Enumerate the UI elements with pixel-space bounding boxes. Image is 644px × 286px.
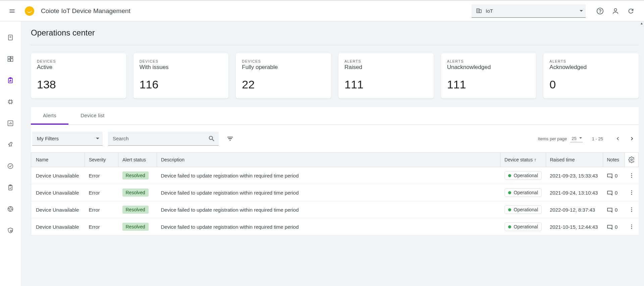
svg-point-42 xyxy=(631,209,632,210)
card-value: 111 xyxy=(447,78,530,91)
scroll-indicator-icon: ▲ xyxy=(640,21,643,25)
activity-clipboard-icon xyxy=(7,77,14,84)
svg-point-30 xyxy=(8,164,13,169)
row-actions-button[interactable] xyxy=(625,184,639,201)
cell-alert-status: Resolved xyxy=(118,184,157,201)
domain-icon xyxy=(476,8,482,14)
sidebar-item-clipboard-check[interactable] xyxy=(4,182,16,194)
cell-severity: Error xyxy=(85,201,118,218)
col-device-status[interactable]: Device status↑ xyxy=(500,153,546,167)
summary-card[interactable]: DEVICESWith issues116 xyxy=(133,53,229,98)
card-label: Fully operable xyxy=(242,64,325,71)
tabs: Alerts Device list xyxy=(31,107,639,125)
sidebar-item-devices[interactable] xyxy=(4,96,16,108)
sidebar-item-analytics[interactable] xyxy=(4,117,16,129)
col-alert-status[interactable]: Alert status xyxy=(118,153,157,167)
summary-card[interactable]: ALERTSAcknowledged0 xyxy=(543,53,639,98)
sidebar-item-security[interactable] xyxy=(4,224,16,236)
table-row[interactable]: Device UnavailableErrorResolvedDevice fa… xyxy=(31,218,639,235)
sidebar-item-pin[interactable] xyxy=(4,139,16,151)
account-button[interactable] xyxy=(609,4,622,18)
cell-severity: Error xyxy=(85,184,118,201)
svg-point-46 xyxy=(631,228,632,229)
table-row[interactable]: Device UnavailableErrorResolvedDevice fa… xyxy=(31,201,639,218)
tab-alerts[interactable]: Alerts xyxy=(31,107,68,125)
filter-list-icon xyxy=(226,135,234,142)
sort-asc-icon: ↑ xyxy=(534,157,536,162)
next-page-button[interactable] xyxy=(627,133,637,144)
table-row[interactable]: Device UnavailableErrorResolvedDevice fa… xyxy=(31,184,639,201)
refresh-button[interactable] xyxy=(624,4,638,18)
sidebar-item-operations[interactable] xyxy=(4,74,16,86)
content-panel: Alerts Device list My Filters Items per … xyxy=(31,107,639,235)
help-icon xyxy=(596,7,604,15)
divider xyxy=(31,45,639,45)
notes-count: 0 xyxy=(615,173,618,178)
row-actions-button[interactable] xyxy=(625,201,639,218)
cell-alert-status: Resolved xyxy=(118,218,157,235)
svg-point-39 xyxy=(631,192,632,193)
comment-icon xyxy=(607,172,613,178)
svg-rect-13 xyxy=(11,59,13,61)
my-filters-dropdown[interactable]: My Filters xyxy=(32,132,103,146)
svg-point-43 xyxy=(631,211,632,212)
summary-card[interactable]: DEVICESFully operable22 xyxy=(236,53,331,98)
notes-count: 0 xyxy=(615,190,618,196)
table-row[interactable]: Device UnavailableErrorResolvedDevice fa… xyxy=(31,167,639,184)
col-severity[interactable]: Severity xyxy=(85,153,118,167)
tab-device-list[interactable]: Device list xyxy=(68,107,117,125)
page-size-select[interactable]: 25 xyxy=(570,135,582,142)
clipboard-check-icon xyxy=(7,184,14,191)
prev-page-button[interactable] xyxy=(612,133,623,144)
chevron-left-icon xyxy=(614,135,621,142)
summary-card[interactable]: ALERTSRaised111 xyxy=(338,53,434,98)
alerts-table-wrapper: Name Severity Alert status Description D… xyxy=(31,152,639,235)
svg-rect-11 xyxy=(8,57,10,59)
row-actions-button[interactable] xyxy=(625,218,639,235)
sidebar-item-clipboard[interactable] xyxy=(4,31,16,44)
status-dot-icon xyxy=(508,174,511,177)
col-description[interactable]: Description xyxy=(157,153,500,167)
notes-count: 0 xyxy=(615,224,618,230)
sidebar-item-camera[interactable] xyxy=(4,203,16,215)
svg-rect-14 xyxy=(8,60,10,62)
hamburger-menu-button[interactable] xyxy=(5,4,19,18)
svg-point-36 xyxy=(631,175,632,176)
more-vert-icon xyxy=(629,224,635,230)
search-input[interactable] xyxy=(113,136,208,141)
status-dot-icon xyxy=(508,208,511,211)
search-box[interactable] xyxy=(108,132,219,146)
domain-selector[interactable]: IoT xyxy=(472,4,586,18)
card-eyebrow: ALERTS xyxy=(344,59,428,63)
filter-button[interactable] xyxy=(224,133,236,145)
summary-card[interactable]: DEVICESActive138 xyxy=(31,53,126,98)
pin-icon xyxy=(7,141,14,148)
table-settings-button[interactable] xyxy=(625,152,639,167)
summary-cards: DEVICESActive138DEVICESWith issues116DEV… xyxy=(31,53,639,98)
status-dot-icon xyxy=(508,225,511,228)
cell-notes[interactable]: 0 xyxy=(603,184,625,201)
svg-point-34 xyxy=(10,230,12,232)
cell-name: Device Unavailable xyxy=(31,201,85,218)
cell-notes[interactable]: 0 xyxy=(603,201,625,218)
col-name[interactable]: Name xyxy=(31,153,85,167)
cell-notes[interactable]: 0 xyxy=(603,218,625,235)
col-raised-time[interactable]: Raised time xyxy=(546,153,603,167)
col-notes[interactable]: Notes xyxy=(603,153,625,167)
svg-point-35 xyxy=(631,173,632,174)
card-eyebrow: ALERTS xyxy=(549,59,633,63)
card-label: Acknowledged xyxy=(549,64,633,71)
app-logo xyxy=(25,6,34,16)
summary-card[interactable]: ALERTSUnacknowledged111 xyxy=(441,53,536,98)
row-actions-button[interactable] xyxy=(625,167,639,184)
help-button[interactable] xyxy=(593,4,607,18)
svg-point-41 xyxy=(631,207,632,208)
cell-notes[interactable]: 0 xyxy=(603,167,625,184)
cell-alert-status: Resolved xyxy=(118,167,157,184)
sidebar-item-dashboard[interactable] xyxy=(4,53,16,65)
card-label: With issues xyxy=(140,64,223,71)
cell-raised-time: 2022-09-12, 8:37:43 xyxy=(546,201,603,218)
sidebar-item-tasks[interactable] xyxy=(4,160,16,172)
alerts-table: Name Severity Alert status Description D… xyxy=(31,152,639,235)
svg-rect-17 xyxy=(9,100,12,103)
